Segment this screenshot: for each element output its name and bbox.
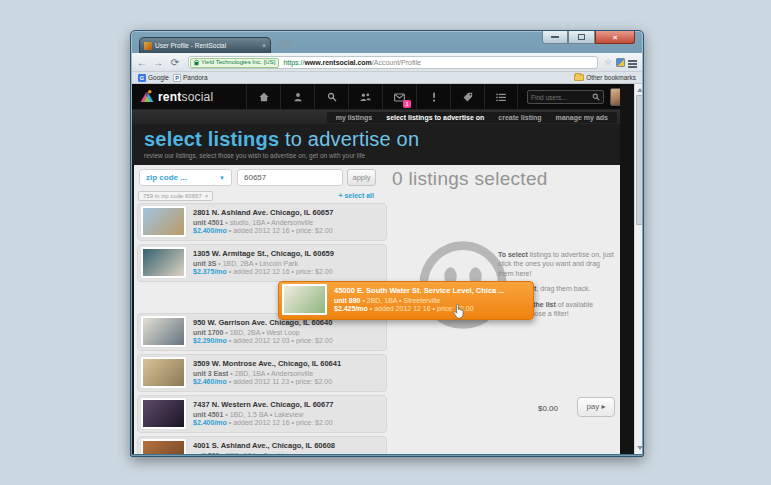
bookmark-pandora[interactable]: PPandora [173,74,208,82]
search-nav-button[interactable] [314,84,348,110]
folder-icon [574,74,584,81]
content-panel: zip code ... ▼ apply 0 listings selected… [134,165,620,454]
friends-nav-button[interactable] [348,84,382,110]
listing-price-line: $2.400/mo • added 2012 12 16 • price: $2… [193,227,383,234]
deals-nav-button[interactable] [450,84,484,110]
listing-card[interactable]: 7437 N. Western Ave. Chicago, IL 60677 u… [137,395,387,433]
tab-close-icon[interactable]: × [262,42,266,49]
page-hero: select listings to advertise on review o… [132,124,642,165]
bookmarks-bar: GGoogle PPandora Other bookmarks [132,72,642,84]
listing-address: 1305 W. Armitage St., Chicago, IL 60659 [193,249,383,258]
apply-button[interactable]: apply [347,169,376,186]
listing-photo [141,206,186,237]
listing-price-line: $2.290/mo • added 2012 12 03 • price: $2… [193,337,383,344]
browser-tab[interactable]: User Profile - RentSocial × [139,37,271,53]
search-icon [327,92,337,102]
remove-filter-icon[interactable]: × [205,193,209,199]
listing-meta: unit 3S • 1BD, 2BA • Lincoln Park [193,260,383,267]
tab-title: User Profile - RentSocial [155,42,259,49]
subnav-manage-my-ads[interactable]: manage my ads [548,114,615,121]
find-users-input[interactable] [531,94,592,101]
find-users-search[interactable] [527,90,604,104]
header-nav-icons: 1 [246,84,518,110]
bookmark-star-icon[interactable]: ☆ [604,57,612,68]
pandora-icon: P [173,74,181,82]
extension-icon[interactable] [616,58,625,67]
bookmark-google[interactable]: GGoogle [138,74,169,82]
url-bar[interactable]: Yield Technologies Inc. [US] https://www… [188,56,598,69]
listing-photo [141,398,186,429]
subnav-create-listing[interactable]: create listing [491,114,548,121]
listings-nav-button[interactable] [484,84,518,110]
subnav-bar: my listings select listings to advertise… [132,110,642,124]
page-title: select listings to advertise on [144,128,642,151]
rentsocial-logo[interactable]: rentsocial [139,89,213,104]
close-icon: × [613,33,618,42]
listing-card[interactable]: 1305 W. Armitage St., Chicago, IL 60659 … [137,244,387,282]
listing-price-line: $2.425/mo • added 2012 12 16 • price: $2… [334,305,530,312]
home-icon [259,92,269,102]
security-badge-label: Yield Technologies Inc. [US] [201,58,275,67]
zip-code-input[interactable] [237,169,343,186]
other-bookmarks[interactable]: Other bookmarks [574,74,636,81]
alerts-nav-button[interactable] [416,84,450,110]
listing-meta: unit 880 • 2BD, 1BA • Streeterville [334,297,530,304]
select-all-link[interactable]: + select all [338,192,374,199]
rentsocial-logo-icon [139,89,155,104]
menu-icon[interactable] [628,60,637,62]
subnav-select-listings[interactable]: select listings to advertise on [379,114,491,121]
listing-photo [282,284,327,315]
listing-address: 2801 N. Ashland Ave. Chicago, IL 60657 [193,208,383,217]
webpage: rentsocial 1 [132,84,642,454]
listings-list: 2801 N. Ashland Ave. Chicago, IL 60657 u… [137,203,387,454]
listing-card[interactable]: 3509 W. Montrose Ave., Chicago, IL 60641… [137,354,387,392]
search-icon [592,93,600,101]
hand-cursor-icon [452,303,466,320]
total-amount: $0.00 [538,404,558,413]
logo-social: social [181,90,213,104]
listing-card[interactable]: 4001 S. Ashland Ave., Chicago, IL 60608 … [137,436,387,454]
home-nav-button[interactable] [246,84,280,110]
filter-type-dropdown[interactable]: zip code ... ▼ [139,169,232,186]
forward-button[interactable]: → [151,53,165,72]
url-text: https://www.rentsocial.com/Account/Profi… [283,59,420,66]
listing-photo [141,439,186,454]
subnav-my-listings[interactable]: my listings [329,114,380,121]
listing-photo [141,357,186,388]
listing-card[interactable]: 2801 N. Ashland Ave. Chicago, IL 60657 u… [137,203,387,241]
listing-meta: unit 1700 • 1BD, 2BA • West Loop [193,329,383,336]
dragged-listing-card[interactable]: 45000 E. South Water St. Service Level, … [278,281,534,320]
lock-icon [194,59,199,66]
listing-address: 7437 N. Western Ave. Chicago, IL 60677 [193,400,383,409]
listing-photo [141,316,186,347]
listing-meta: unit 4501 • 1BD, 1.5 BA • Lakeview [193,411,383,418]
close-button[interactable]: × [595,31,635,44]
scroll-up-icon[interactable] [637,88,642,92]
messages-nav-button[interactable]: 1 [382,84,416,110]
logo-rent: rent [158,90,181,104]
filter-type-value: zip code ... [146,173,219,182]
browser-toolbar: ← → ⟳ Yield Technologies Inc. [US] https… [132,53,642,72]
active-filter-tag[interactable]: 759 in zip code 60657 × [138,191,213,201]
maximize-button[interactable] [568,31,595,44]
security-badge[interactable]: Yield Technologies Inc. [US] [190,58,279,68]
scrollbar[interactable] [634,84,642,454]
scrollbar-thumb[interactable] [636,95,642,225]
new-tab-button[interactable] [275,40,294,49]
listing-price-line: $2.400/mo • added 2012 12 16 • price: $2… [193,419,383,426]
window-controls: × [542,31,635,44]
profile-nav-button[interactable] [280,84,314,110]
listing-meta: unit 4501 • studio, 1BA • Andersonville [193,219,383,226]
reload-button[interactable]: ⟳ [168,53,182,72]
scroll-down-icon[interactable] [637,446,642,450]
list-icon [496,93,506,102]
pay-button[interactable]: pay ▸ [577,397,615,417]
site-header: rentsocial 1 [132,84,642,110]
tip-select: To select listings to advertise on, just… [498,250,614,278]
alert-icon [432,92,436,102]
back-button[interactable]: ← [135,53,149,72]
minimize-button[interactable] [542,31,568,44]
tab-favicon-icon [144,42,152,50]
listing-meta: unit 500 • 2BD, 1BA • Greektown [193,452,383,455]
page-subtitle: review our listings, select those you wi… [144,152,642,159]
